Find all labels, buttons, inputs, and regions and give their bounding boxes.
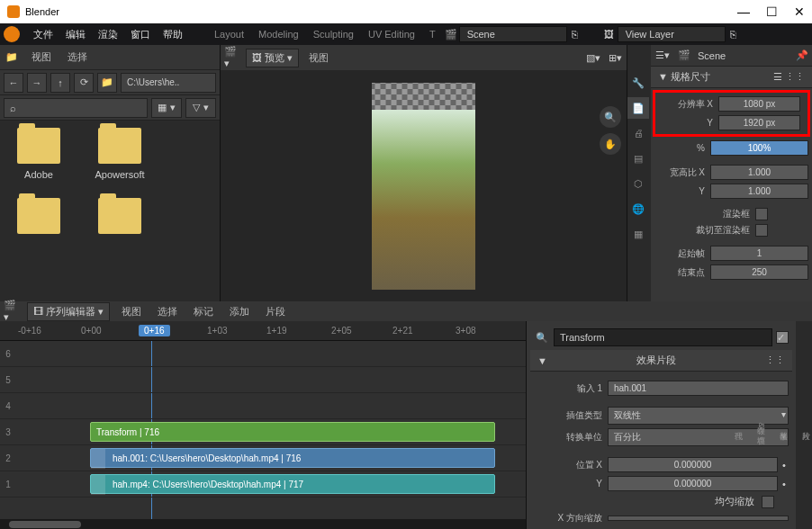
pos-x-field[interactable]: 0.000000 [608, 457, 778, 472]
workspace-sculpting[interactable]: Sculpting [306, 29, 361, 40]
copy-scene-icon[interactable]: ⎘ [567, 26, 583, 42]
zoom-tool-icon[interactable]: 🔍 [600, 106, 621, 128]
menu-window[interactable]: 窗口 [124, 28, 157, 41]
strip-handle-left[interactable] [91, 449, 105, 469]
ruler-tick: 2+05 [331, 326, 352, 336]
preview-panel: 🎬▾ 🖼 预览 ▾ 视图 ▧▾ ⊞▾ 🔍 ✋ [221, 45, 627, 301]
start-frame-field[interactable]: 1 [710, 246, 808, 261]
seq-marker-menu[interactable]: 标记 [189, 305, 218, 318]
overlay-icon[interactable]: ⊞▾ [607, 49, 623, 66]
folder-icon [98, 128, 141, 164]
side-tab-cache[interactable]: 缓存 & 填存 [755, 325, 767, 526]
strip-transform[interactable]: Transform | 716 [90, 422, 495, 442]
display-mode-button[interactable]: ▦ ▾ [151, 98, 182, 118]
menu-edit[interactable]: 编辑 [59, 28, 92, 41]
file-browser-icon[interactable]: 📁 [4, 49, 20, 66]
folder-item-apowersoft[interactable]: Apowersoft [88, 128, 151, 180]
preview-mode[interactable]: 🖼 预览 ▾ [246, 49, 299, 67]
tab-scene-icon[interactable]: ⬡ [627, 173, 649, 194]
res-x-field[interactable]: 1080 px [718, 96, 800, 112]
nav-forward-button[interactable]: → [27, 73, 47, 93]
sequence-side-tabs: 片段 修改器 缓存 & 填存 代理 [796, 321, 812, 529]
scrollbar-thumb[interactable] [9, 521, 81, 528]
folder-item[interactable] [88, 198, 151, 239]
close-button[interactable]: ✕ [794, 4, 805, 19]
maximize-button[interactable]: ☐ [766, 4, 778, 19]
seq-view-menu[interactable]: 视图 [117, 305, 146, 318]
editor-type-icon[interactable]: 🎬▾ [4, 303, 20, 319]
nav-newfolder-button[interactable]: 📁 [97, 73, 117, 93]
seq-mode-dropdown[interactable]: 🎞 序列编辑器 ▾ [27, 302, 110, 321]
copy-viewlayer-icon[interactable]: ⎘ [726, 26, 742, 42]
workspace-modeling[interactable]: Modeling [251, 29, 306, 40]
ruler-tick: 2+21 [392, 326, 413, 336]
pct-label: % [654, 143, 708, 153]
dimensions-panel-header[interactable]: ▼ 规格尺寸 ☰ ⋮⋮ [651, 67, 812, 88]
workspace-layout[interactable]: Layout [207, 29, 251, 40]
pos-y-field[interactable]: 0.000000 [608, 476, 778, 491]
file-view-menu[interactable]: 视图 [27, 50, 56, 64]
strip-handle-left[interactable] [91, 475, 105, 495]
preview-viewport[interactable]: 🔍 ✋ [221, 70, 627, 301]
crop-border-checkbox[interactable] [755, 224, 768, 237]
timeline-scrollbar[interactable] [0, 519, 526, 529]
seq-strip-menu[interactable]: 片段 [261, 305, 290, 318]
effect-panel-header[interactable]: ▼ 效果片段⋮⋮ [530, 350, 792, 372]
scene-selector[interactable]: Scene [459, 26, 567, 42]
tab-world-icon[interactable]: 🌐 [627, 198, 649, 220]
nav-up-button[interactable]: ↑ [50, 73, 70, 93]
track-label: 1 [0, 480, 16, 489]
track-label: 6 [0, 349, 16, 359]
side-tab-strip[interactable]: 片段 [800, 325, 812, 526]
strip-hah[interactable]: hah.mp4: C:\Users\hero\Desktop\hah.mp4 |… [90, 474, 495, 494]
track-label: 4 [0, 401, 16, 411]
outliner-icon[interactable]: ☰▾ [654, 48, 671, 64]
filter-icon[interactable]: 🔍 [534, 329, 550, 345]
res-y-field[interactable]: 1920 px [718, 115, 800, 130]
path-field[interactable]: C:\Users\he.. [121, 73, 216, 93]
editor-type-icon[interactable]: 🎬▾ [224, 49, 240, 66]
tracks-area[interactable]: 6 5 4 3 Transform | 716 2 hah.001: C:\Us… [0, 341, 526, 519]
tab-view-icon[interactable]: ▤ [627, 148, 649, 169]
ruler-tick: 1+03 [207, 326, 228, 336]
seq-add-menu[interactable]: 添加 [225, 305, 254, 318]
workspace-more[interactable]: T [422, 29, 443, 40]
minimize-button[interactable]: — [737, 4, 750, 19]
menu-help[interactable]: 帮助 [157, 28, 189, 41]
filter-button[interactable]: ▽ ▾ [185, 98, 216, 118]
folder-icon [17, 198, 60, 234]
playhead[interactable]: 0+16 [139, 325, 170, 336]
side-tab-modifier[interactable]: 修改器 [778, 325, 789, 526]
folder-item[interactable] [7, 198, 70, 239]
aspect-x-field[interactable]: 1.000 [710, 165, 808, 180]
aspect-y-field[interactable]: 1.000 [710, 184, 808, 199]
nav-back-button[interactable]: ← [4, 73, 23, 93]
preview-view-menu[interactable]: 视图 [304, 51, 333, 65]
strip-hah001[interactable]: hah.001: C:\Users\hero\Desktop\hah.mp4 |… [90, 448, 495, 468]
workspace-uvediting[interactable]: UV Editing [361, 29, 422, 40]
nav-refresh-button[interactable]: ⟳ [74, 73, 94, 93]
resolution-highlight: 分辨率 X 1080 px Y 1920 px [653, 90, 810, 137]
end-frame-field[interactable]: 250 [710, 264, 808, 280]
pin-icon[interactable]: 📌 [796, 49, 808, 61]
shading-icon[interactable]: ▧▾ [585, 49, 601, 66]
tab-output-icon[interactable]: 📄 [627, 97, 649, 119]
render-border-checkbox[interactable] [755, 208, 768, 220]
tab-tool-icon[interactable]: 🔧 [627, 72, 649, 94]
pan-tool-icon[interactable]: ✋ [600, 133, 621, 155]
outliner-scene[interactable]: Scene [698, 50, 726, 61]
preview-image [372, 83, 475, 290]
folder-item-adobe[interactable]: Adobe [7, 128, 70, 180]
pct-field[interactable]: 100% [710, 140, 808, 156]
tab-render-icon[interactable]: 🖨 [627, 122, 649, 144]
menu-render[interactable]: 渲染 [92, 28, 124, 41]
viewlayer-selector[interactable]: View Layer [618, 26, 726, 42]
timeline-ruler[interactable]: -0+16 0+00 0+16 1+03 1+19 2+05 2+21 3+08 [0, 321, 526, 341]
tab-object-icon[interactable]: ▦ [627, 223, 649, 245]
file-select-menu[interactable]: 选择 [63, 50, 92, 64]
timeline-area[interactable]: -0+16 0+00 0+16 1+03 1+19 2+05 2+21 3+08… [0, 321, 526, 529]
search-field[interactable]: ⌕ [4, 98, 148, 118]
menu-file[interactable]: 文件 [27, 28, 59, 41]
side-tab-proxy[interactable]: 代理 [733, 325, 744, 526]
seq-select-menu[interactable]: 选择 [153, 305, 182, 318]
